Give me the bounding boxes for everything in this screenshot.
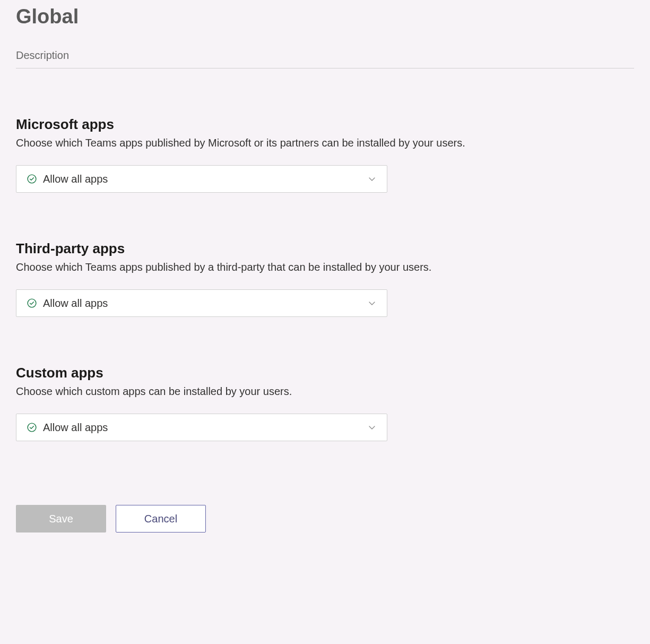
section-microsoft-apps: Microsoft apps Choose which Teams apps p…: [16, 116, 634, 193]
svg-point-2: [28, 423, 36, 432]
check-circle-icon: [27, 423, 37, 432]
dropdown-content: Allow all apps: [27, 173, 108, 185]
thirdparty-apps-dropdown[interactable]: Allow all apps: [16, 289, 387, 317]
custom-apps-selected: Allow all apps: [43, 422, 108, 434]
microsoft-apps-dropdown[interactable]: Allow all apps: [16, 165, 387, 193]
section-microsoft-desc: Choose which Teams apps published by Mic…: [16, 137, 634, 149]
section-thirdparty-apps: Third-party apps Choose which Teams apps…: [16, 241, 634, 317]
cancel-button[interactable]: Cancel: [116, 505, 206, 533]
chevron-down-icon: [368, 299, 376, 307]
save-button[interactable]: Save: [16, 505, 106, 533]
section-microsoft-title: Microsoft apps: [16, 116, 634, 133]
chevron-down-icon: [368, 175, 376, 183]
check-circle-icon: [27, 174, 37, 184]
svg-point-0: [28, 175, 36, 183]
section-custom-desc: Choose which custom apps can be installe…: [16, 385, 634, 398]
section-thirdparty-desc: Choose which Teams apps published by a t…: [16, 261, 634, 273]
dropdown-content: Allow all apps: [27, 297, 108, 310]
description-field-label[interactable]: Description: [16, 49, 634, 68]
svg-point-1: [28, 299, 36, 307]
custom-apps-dropdown[interactable]: Allow all apps: [16, 414, 387, 441]
chevron-down-icon: [368, 423, 376, 432]
microsoft-apps-selected: Allow all apps: [43, 173, 108, 185]
thirdparty-apps-selected: Allow all apps: [43, 297, 108, 310]
footer-actions: Save Cancel: [16, 505, 634, 533]
section-custom-title: Custom apps: [16, 365, 634, 381]
section-thirdparty-title: Third-party apps: [16, 241, 634, 257]
check-circle-icon: [27, 298, 37, 308]
page-title: Global: [16, 5, 634, 28]
section-custom-apps: Custom apps Choose which custom apps can…: [16, 365, 634, 441]
dropdown-content: Allow all apps: [27, 422, 108, 434]
